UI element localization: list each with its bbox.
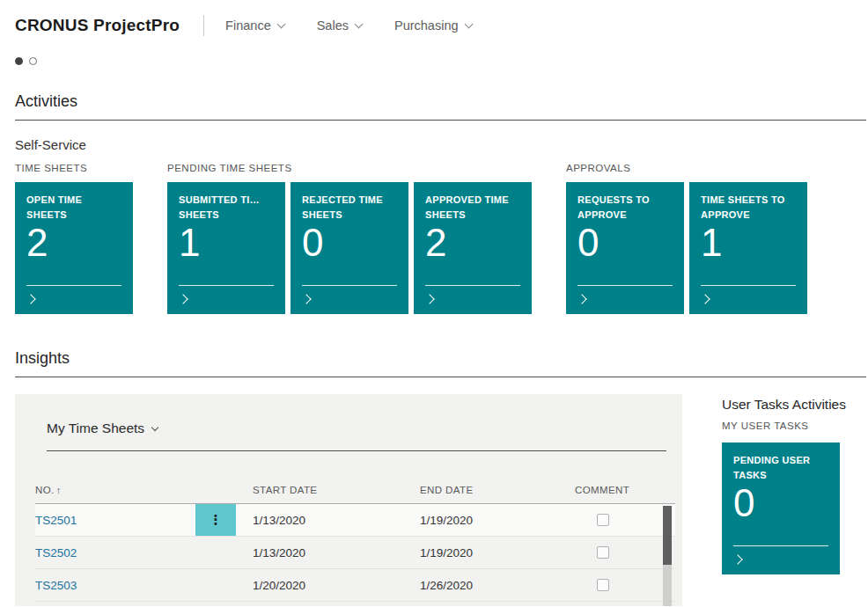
- tile-title: PENDING USER TASKS: [733, 453, 828, 482]
- column-header-comment[interactable]: COMMENT: [575, 485, 631, 495]
- table-row[interactable]: TS2502 1/13/2020 1/19/2020: [35, 537, 675, 569]
- tile-value: 0: [302, 223, 397, 263]
- chevron-down-icon: [276, 19, 285, 28]
- nav-finance[interactable]: Finance: [225, 18, 284, 33]
- tile-value: 1: [701, 223, 796, 263]
- tile-divider: [425, 285, 520, 286]
- tile-divider: [179, 285, 274, 286]
- scrollbar-thumb[interactable]: [663, 506, 672, 565]
- timesheet-link[interactable]: TS2501: [35, 514, 77, 527]
- group-approvals: APPROVALS REQUESTS TO APPROVE 0 TIME SHE…: [566, 163, 807, 314]
- user-tasks-column: User Tasks Activities MY USER TASKS PEND…: [722, 394, 846, 574]
- group-pending-time-sheets: PENDING TIME SHEETS SUBMITTED TI… SHEETS…: [167, 163, 532, 314]
- group-time-sheets: TIME SHEETS OPEN TIME SHEETS 2: [15, 163, 133, 314]
- app-header: CRONUS ProjectPro Finance Sales Purchasi…: [0, 0, 868, 39]
- tile-pending-user-tasks[interactable]: PENDING USER TASKS 0: [722, 442, 840, 574]
- insights-body: My Time Sheets NO. ↑ START DATE END DATE…: [0, 377, 868, 606]
- tile-approved-time-sheets[interactable]: APPROVED TIME SHEETS 2: [414, 182, 532, 314]
- chevron-right-icon: [424, 294, 434, 304]
- tile-divider: [733, 545, 828, 546]
- chevron-down-icon: [355, 19, 364, 28]
- tile-title: TIME SHEETS TO APPROVE: [701, 193, 796, 222]
- nav-purchasing-label: Purchasing: [394, 18, 459, 33]
- user-tasks-heading: User Tasks Activities: [722, 397, 846, 413]
- tile-value: 1: [179, 223, 274, 263]
- end-date-cell: 1/19/2020: [420, 504, 575, 536]
- tile-value: 2: [425, 223, 520, 263]
- tile-value: 0: [733, 483, 828, 523]
- tile-value: 0: [577, 223, 673, 263]
- column-header-end-date[interactable]: END DATE: [420, 485, 575, 495]
- group-label: PENDING TIME SHEETS: [167, 163, 532, 173]
- tile-title: OPEN TIME SHEETS: [26, 193, 121, 222]
- tile-title: REJECTED TIME SHEETS: [302, 193, 397, 222]
- comment-checkbox[interactable]: [597, 514, 609, 526]
- column-header-no[interactable]: NO. ↑: [35, 485, 236, 495]
- comment-checkbox[interactable]: [597, 579, 609, 591]
- tile-divider: [701, 285, 796, 286]
- comment-cell: [575, 537, 631, 568]
- tile-requests-to-approve[interactable]: REQUESTS TO APPROVE 0: [566, 182, 684, 314]
- list-title-dropdown[interactable]: My Time Sheets: [47, 421, 158, 436]
- top-navigation: Finance Sales Purchasing: [225, 18, 471, 33]
- tile-rejected-time-sheets[interactable]: REJECTED TIME SHEETS 0: [291, 182, 408, 314]
- timesheet-link[interactable]: TS2503: [35, 579, 77, 592]
- nav-sales[interactable]: Sales: [317, 18, 362, 33]
- cue-groups: TIME SHEETS OPEN TIME SHEETS 2 PENDING T…: [0, 152, 868, 314]
- sort-ascending-icon: ↑: [56, 485, 62, 495]
- header-divider: [203, 15, 204, 36]
- self-service-heading: Self-Service: [0, 121, 868, 152]
- chevron-right-icon: [577, 294, 586, 304]
- tile-divider: [577, 285, 673, 286]
- tile-title: APPROVED TIME SHEETS: [425, 193, 520, 222]
- nav-sales-label: Sales: [317, 18, 349, 33]
- company-title: CRONUS ProjectPro: [15, 16, 180, 35]
- no-cell: TS2502: [35, 537, 195, 568]
- no-cell: TS2503: [35, 569, 195, 601]
- comment-cell: [575, 569, 631, 601]
- chevron-right-icon: [700, 294, 710, 304]
- my-time-sheets-panel: My Time Sheets NO. ↑ START DATE END DATE…: [15, 394, 682, 606]
- row-options-cell: [195, 537, 236, 568]
- row-options-button[interactable]: ⋮: [195, 504, 236, 536]
- chevron-right-icon: [26, 294, 35, 304]
- tile-divider: [302, 285, 397, 286]
- carousel-dot-2[interactable]: [29, 57, 37, 65]
- carousel-dot-1[interactable]: [15, 57, 23, 65]
- list-title-label: My Time Sheets: [47, 421, 144, 436]
- timesheet-link[interactable]: TS2502: [35, 546, 77, 559]
- comment-checkbox[interactable]: [597, 546, 609, 559]
- vertical-scrollbar[interactable]: [663, 506, 672, 606]
- end-date-cell: 1/26/2020: [420, 569, 575, 601]
- tile-value: 2: [26, 223, 121, 263]
- group-label: APPROVALS: [566, 163, 807, 173]
- table-row[interactable]: TS2501 ⋮ 1/13/2020 1/19/2020: [35, 504, 675, 537]
- row-options-cell: ⋮: [195, 504, 236, 536]
- tile-time-sheets-to-approve[interactable]: TIME SHEETS TO APPROVE 1: [689, 182, 807, 314]
- nav-purchasing[interactable]: Purchasing: [394, 18, 472, 33]
- table-row[interactable]: TS2503 1/20/2020 1/26/2020: [35, 569, 675, 602]
- tile-title: REQUESTS TO APPROVE: [577, 193, 673, 222]
- tile-open-time-sheets[interactable]: OPEN TIME SHEETS 2: [15, 182, 133, 314]
- row-options-cell: [195, 569, 236, 601]
- start-date-cell: 1/20/2020: [236, 569, 420, 601]
- tile-divider: [26, 285, 121, 286]
- end-date-cell: 1/19/2020: [420, 537, 575, 568]
- insights-heading: Insights: [0, 314, 868, 368]
- activities-heading: Activities: [0, 65, 868, 111]
- group-label: TIME SHEETS: [15, 163, 133, 173]
- chevron-down-icon: [464, 19, 473, 28]
- start-date-cell: 1/13/2020: [236, 537, 420, 568]
- chevron-right-icon: [732, 554, 742, 564]
- no-cell: TS2501: [35, 504, 195, 536]
- table-header: NO. ↑ START DATE END DATE COMMENT: [35, 485, 675, 504]
- my-user-tasks-label: MY USER TASKS: [722, 421, 846, 431]
- chevron-down-icon: [151, 424, 158, 431]
- chevron-right-icon: [301, 294, 311, 304]
- column-header-start-date[interactable]: START DATE: [236, 485, 420, 495]
- comment-cell: [575, 504, 631, 536]
- start-date-cell: 1/13/2020: [236, 504, 420, 536]
- tile-submitted-time-sheets[interactable]: SUBMITTED TI… SHEETS 1: [167, 182, 285, 314]
- nav-finance-label: Finance: [225, 18, 271, 33]
- column-header-no-label: NO.: [35, 485, 55, 495]
